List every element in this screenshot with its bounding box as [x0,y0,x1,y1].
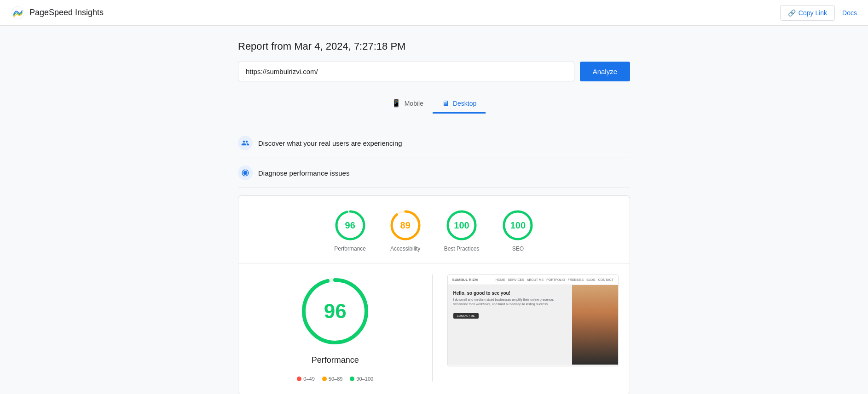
performance-label: Performance [334,246,366,252]
url-bar: Analyze [238,62,630,81]
big-score-left: 96 Performance 0–49 50–89 [249,274,433,382]
big-score-right: SUMBUL RIZVI HOME SERVICES ABOUT ME PORT… [447,274,619,382]
real-users-label: Discover what your real users are experi… [258,139,402,147]
legend-average-dot [322,377,327,381]
seo-circle: 100 [501,209,534,242]
thumbnail-content: Hello, so good to see you! I do small an… [448,285,573,365]
seo-label: SEO [512,246,524,252]
legend-good-dot [350,377,354,381]
main-content: Report from Mar 4, 2024, 7:27:18 PM Anal… [227,26,641,394]
legend-average: 50–89 [322,376,343,382]
accessibility-label: Accessibility [390,246,420,252]
pagespeed-logo-icon [11,6,25,20]
best-practices-circle: 100 [445,209,478,242]
tab-mobile[interactable]: 📱 Mobile [382,94,433,114]
thumbnail-person [572,285,618,365]
thumbnail-sub-text: I do small and medium-sized businesses a… [453,297,567,307]
thumbnail-image [572,285,618,365]
score-item-seo[interactable]: 100 SEO [501,209,534,252]
thumbnail-header: SUMBUL RIZVI HOME SERVICES ABOUT ME PORT… [448,275,619,285]
thumbnail-nav: HOME SERVICES ABOUT ME PORTFOLIO FREEBIE… [496,278,613,281]
url-input[interactable] [238,62,574,81]
header: PageSpeed Insights 🔗 Copy Link Docs [0,0,868,26]
seo-score: 100 [510,220,526,231]
thumbnail-cta: CONTACT ME [453,313,479,319]
score-item-accessibility[interactable]: 89 Accessibility [389,209,422,252]
score-legend: 0–49 50–89 90–100 [297,376,373,382]
tabs-row: 📱 Mobile 🖥 Desktop [238,94,630,114]
diagnose-label: Diagnose performance issues [258,169,349,177]
legend-fail-dot [297,377,301,381]
legend-average-label: 50–89 [329,376,343,382]
big-score-section: 96 Performance 0–49 50–89 [249,274,619,382]
big-performance-circle: 96 [298,274,372,348]
copy-link-button[interactable]: 🔗 Copy Link [780,5,835,21]
performance-score: 96 [345,220,355,231]
best-practices-label: Best Practices [444,246,480,252]
mobile-tab-label: Mobile [405,100,423,107]
tab-desktop[interactable]: 🖥 Desktop [433,94,486,114]
analyze-button[interactable]: Analyze [580,62,630,81]
real-users-section[interactable]: Discover what your real users are experi… [238,128,630,158]
legend-good-label: 90–100 [356,376,373,382]
thumbnail-site-name: SUMBUL RIZVI [452,278,479,282]
diagnose-icon [238,166,253,180]
score-card: 96 Performance 89 Accessibility [238,195,630,394]
score-item-performance[interactable]: 96 Performance [334,209,367,252]
score-circles: 96 Performance 89 Accessibility [249,209,619,252]
logo-text: PageSpeed Insights [29,8,104,17]
docs-link[interactable]: Docs [842,9,857,17]
header-actions: 🔗 Copy Link Docs [780,5,857,21]
copy-link-label: Copy Link [799,9,827,17]
performance-circle: 96 [334,209,367,242]
real-users-icon [238,136,253,150]
accessibility-score: 89 [400,220,411,231]
desktop-icon: 🖥 [442,99,449,108]
diagnose-section[interactable]: Diagnose performance issues [238,158,630,188]
report-title: Report from Mar 4, 2024, 7:27:18 PM [238,40,630,52]
desktop-tab-label: Desktop [453,100,476,107]
score-item-best-practices[interactable]: 100 Best Practices [444,209,480,252]
accessibility-circle: 89 [389,209,422,242]
legend-fail: 0–49 [297,376,314,382]
thumbnail-hero-text: Hello, so good to see you! [453,291,567,296]
score-divider [238,263,630,263]
legend-good: 90–100 [350,376,373,382]
big-performance-score: 96 [324,300,347,323]
legend-fail-label: 0–49 [303,376,314,382]
best-practices-score: 100 [454,220,469,231]
thumbnail-body: Hello, so good to see you! I do small an… [448,285,619,365]
link-icon: 🔗 [788,9,796,17]
mobile-icon: 📱 [392,99,401,108]
website-thumbnail: SUMBUL RIZVI HOME SERVICES ABOUT ME PORT… [447,274,619,366]
logo-area: PageSpeed Insights [11,6,104,20]
big-performance-label: Performance [312,355,359,365]
